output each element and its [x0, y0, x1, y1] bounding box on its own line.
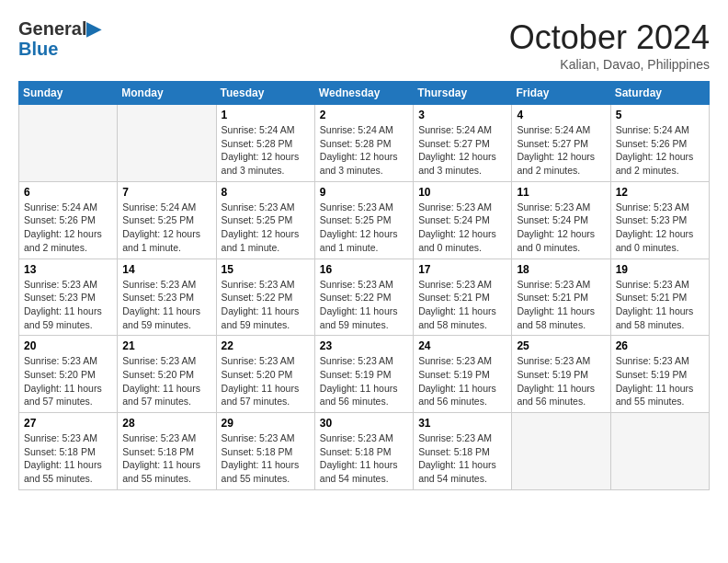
calendar-cell: 18Sunrise: 5:23 AM Sunset: 5:21 PM Dayli… — [512, 259, 610, 336]
cell-info: Sunrise: 5:23 AM Sunset: 5:19 PM Dayligh… — [517, 354, 605, 408]
cell-info: Sunrise: 5:24 AM Sunset: 5:27 PM Dayligh… — [517, 123, 605, 178]
calendar-cell: 29Sunrise: 5:23 AM Sunset: 5:18 PM Dayli… — [216, 413, 314, 490]
cell-info: Sunrise: 5:23 AM Sunset: 5:19 PM Dayligh… — [418, 354, 506, 408]
cell-info: Sunrise: 5:24 AM Sunset: 5:26 PM Dayligh… — [616, 123, 704, 178]
calendar-cell: 15Sunrise: 5:23 AM Sunset: 5:22 PM Dayli… — [216, 259, 314, 336]
calendar-cell: 28Sunrise: 5:23 AM Sunset: 5:18 PM Dayli… — [118, 413, 216, 490]
day-number: 26 — [616, 339, 704, 352]
calendar-cell: 25Sunrise: 5:23 AM Sunset: 5:19 PM Dayli… — [512, 336, 610, 413]
cell-info: Sunrise: 5:23 AM Sunset: 5:21 PM Dayligh… — [418, 278, 506, 332]
calendar-body: 1Sunrise: 5:24 AM Sunset: 5:28 PM Daylig… — [19, 105, 710, 490]
day-number: 4 — [517, 109, 605, 121]
week-row-1: 1Sunrise: 5:24 AM Sunset: 5:28 PM Daylig… — [19, 105, 710, 182]
calendar-table: SundayMondayTuesdayWednesdayThursdayFrid… — [18, 81, 710, 490]
day-number: 27 — [24, 417, 112, 430]
cell-info: Sunrise: 5:23 AM Sunset: 5:22 PM Dayligh… — [320, 278, 408, 332]
calendar-cell: 16Sunrise: 5:23 AM Sunset: 5:22 PM Dayli… — [314, 259, 413, 336]
weekday-tuesday: Tuesday — [216, 82, 314, 105]
calendar-cell: 24Sunrise: 5:23 AM Sunset: 5:19 PM Dayli… — [414, 336, 512, 413]
calendar-cell: 11Sunrise: 5:23 AM Sunset: 5:24 PM Dayli… — [512, 181, 610, 259]
week-row-2: 6Sunrise: 5:24 AM Sunset: 5:26 PM Daylig… — [19, 181, 710, 259]
day-number: 30 — [320, 417, 408, 430]
calendar-cell: 7Sunrise: 5:24 AM Sunset: 5:25 PM Daylig… — [118, 181, 216, 259]
calendar-cell: 6Sunrise: 5:24 AM Sunset: 5:26 PM Daylig… — [19, 181, 118, 259]
calendar-cell: 31Sunrise: 5:23 AM Sunset: 5:18 PM Dayli… — [414, 413, 512, 490]
day-number: 28 — [122, 417, 210, 430]
day-number: 5 — [616, 109, 704, 121]
day-number: 18 — [517, 263, 605, 276]
header: General▶ Blue October 2024 Kalian, Davao… — [18, 18, 710, 72]
cell-info: Sunrise: 5:24 AM Sunset: 5:25 PM Dayligh… — [122, 201, 210, 255]
calendar-cell: 23Sunrise: 5:23 AM Sunset: 5:19 PM Dayli… — [314, 336, 413, 413]
day-number: 15 — [222, 263, 310, 276]
calendar-cell — [19, 105, 118, 182]
weekday-thursday: Thursday — [414, 82, 512, 105]
day-number: 21 — [122, 339, 210, 352]
day-number: 16 — [320, 263, 408, 276]
calendar-cell — [610, 413, 709, 490]
cell-info: Sunrise: 5:23 AM Sunset: 5:19 PM Dayligh… — [616, 354, 704, 408]
day-number: 10 — [418, 186, 506, 199]
day-number: 1 — [222, 109, 310, 121]
cell-info: Sunrise: 5:23 AM Sunset: 5:19 PM Dayligh… — [320, 354, 408, 408]
weekday-wednesday: Wednesday — [314, 82, 413, 105]
calendar-cell: 9Sunrise: 5:23 AM Sunset: 5:25 PM Daylig… — [314, 181, 413, 259]
cell-info: Sunrise: 5:23 AM Sunset: 5:18 PM Dayligh… — [24, 431, 112, 486]
calendar-cell: 13Sunrise: 5:23 AM Sunset: 5:23 PM Dayli… — [19, 259, 118, 336]
day-number: 9 — [320, 186, 408, 199]
calendar-cell: 26Sunrise: 5:23 AM Sunset: 5:19 PM Dayli… — [610, 336, 709, 413]
day-number: 13 — [24, 263, 112, 276]
week-row-3: 13Sunrise: 5:23 AM Sunset: 5:23 PM Dayli… — [19, 259, 710, 336]
calendar-cell: 3Sunrise: 5:24 AM Sunset: 5:27 PM Daylig… — [414, 105, 512, 182]
cell-info: Sunrise: 5:23 AM Sunset: 5:18 PM Dayligh… — [122, 431, 210, 486]
cell-info: Sunrise: 5:24 AM Sunset: 5:26 PM Dayligh… — [24, 201, 112, 255]
cell-info: Sunrise: 5:23 AM Sunset: 5:18 PM Dayligh… — [418, 431, 506, 486]
location-subtitle: Kalian, Davao, Philippines — [509, 57, 710, 72]
cell-info: Sunrise: 5:23 AM Sunset: 5:21 PM Dayligh… — [517, 278, 605, 332]
weekday-sunday: Sunday — [19, 82, 118, 105]
cell-info: Sunrise: 5:23 AM Sunset: 5:25 PM Dayligh… — [222, 201, 310, 255]
logo: General▶ Blue — [18, 18, 100, 59]
weekday-saturday: Saturday — [610, 82, 709, 105]
day-number: 31 — [418, 417, 506, 430]
day-number: 12 — [616, 186, 704, 199]
cell-info: Sunrise: 5:23 AM Sunset: 5:23 PM Dayligh… — [616, 201, 704, 255]
day-number: 29 — [222, 417, 310, 430]
weekday-monday: Monday — [118, 82, 216, 105]
day-number: 14 — [122, 263, 210, 276]
day-number: 22 — [222, 339, 310, 352]
calendar-cell: 10Sunrise: 5:23 AM Sunset: 5:24 PM Dayli… — [414, 181, 512, 259]
cell-info: Sunrise: 5:23 AM Sunset: 5:20 PM Dayligh… — [122, 354, 210, 408]
calendar-cell: 5Sunrise: 5:24 AM Sunset: 5:26 PM Daylig… — [610, 105, 709, 182]
day-number: 6 — [24, 186, 112, 199]
cell-info: Sunrise: 5:23 AM Sunset: 5:23 PM Dayligh… — [24, 278, 112, 332]
day-number: 17 — [418, 263, 506, 276]
cell-info: Sunrise: 5:23 AM Sunset: 5:23 PM Dayligh… — [122, 278, 210, 332]
cell-info: Sunrise: 5:23 AM Sunset: 5:18 PM Dayligh… — [320, 431, 408, 486]
day-number: 7 — [122, 186, 210, 199]
day-number: 19 — [616, 263, 704, 276]
calendar-cell: 21Sunrise: 5:23 AM Sunset: 5:20 PM Dayli… — [118, 336, 216, 413]
cell-info: Sunrise: 5:23 AM Sunset: 5:24 PM Dayligh… — [418, 201, 506, 255]
weekday-header-row: SundayMondayTuesdayWednesdayThursdayFrid… — [19, 82, 710, 105]
cell-info: Sunrise: 5:23 AM Sunset: 5:20 PM Dayligh… — [24, 354, 112, 408]
cell-info: Sunrise: 5:24 AM Sunset: 5:27 PM Dayligh… — [418, 123, 506, 178]
week-row-4: 20Sunrise: 5:23 AM Sunset: 5:20 PM Dayli… — [19, 336, 710, 413]
calendar-cell: 12Sunrise: 5:23 AM Sunset: 5:23 PM Dayli… — [610, 181, 709, 259]
cell-info: Sunrise: 5:24 AM Sunset: 5:28 PM Dayligh… — [320, 123, 408, 178]
calendar-cell: 2Sunrise: 5:24 AM Sunset: 5:28 PM Daylig… — [314, 105, 413, 182]
cell-info: Sunrise: 5:24 AM Sunset: 5:28 PM Dayligh… — [222, 123, 310, 178]
calendar-cell: 14Sunrise: 5:23 AM Sunset: 5:23 PM Dayli… — [118, 259, 216, 336]
calendar-cell — [118, 105, 216, 182]
day-number: 11 — [517, 186, 605, 199]
calendar-cell: 8Sunrise: 5:23 AM Sunset: 5:25 PM Daylig… — [216, 181, 314, 259]
day-number: 25 — [517, 339, 605, 352]
day-number: 23 — [320, 339, 408, 352]
cell-info: Sunrise: 5:23 AM Sunset: 5:22 PM Dayligh… — [222, 278, 310, 332]
title-area: October 2024 Kalian, Davao, Philippines — [509, 18, 710, 72]
cell-info: Sunrise: 5:23 AM Sunset: 5:24 PM Dayligh… — [517, 201, 605, 255]
day-number: 2 — [320, 109, 408, 121]
calendar-cell: 19Sunrise: 5:23 AM Sunset: 5:21 PM Dayli… — [610, 259, 709, 336]
calendar-cell: 20Sunrise: 5:23 AM Sunset: 5:20 PM Dayli… — [19, 336, 118, 413]
calendar-cell: 27Sunrise: 5:23 AM Sunset: 5:18 PM Dayli… — [19, 413, 118, 490]
